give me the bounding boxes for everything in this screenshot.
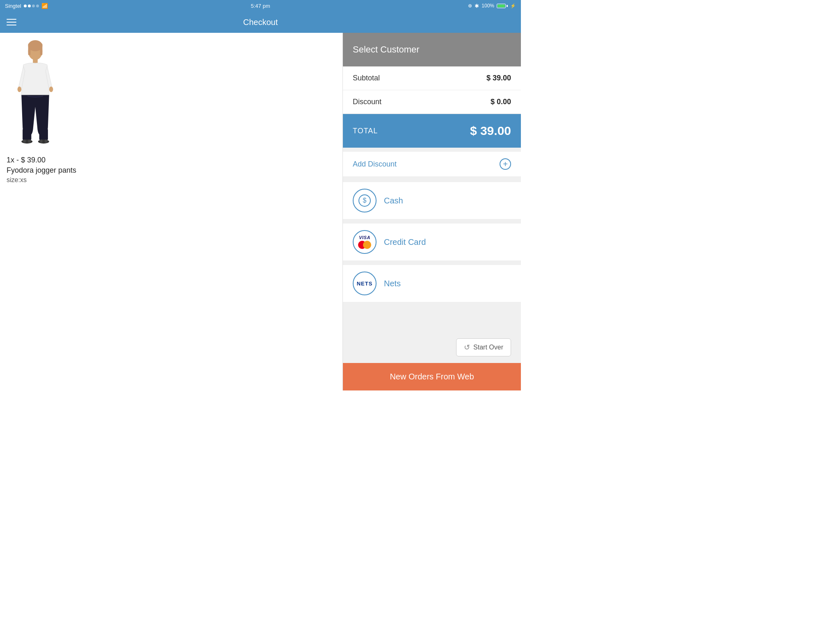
status-right: ⊕ ✱ 100% ⚡ (468, 3, 516, 9)
svg-point-9 (21, 139, 32, 144)
select-customer-button[interactable]: Select Customer (343, 33, 521, 66)
page-title: Checkout (243, 18, 278, 27)
discount-value: $ 0.00 (491, 98, 511, 106)
refresh-icon: ↺ (464, 343, 470, 352)
product-size: size:xs (7, 176, 336, 184)
product-panel: 1x - $ 39.00 Fyodora jogger pants size:x… (0, 33, 342, 390)
svg-text:$: $ (363, 197, 367, 204)
nets-icon-circle: NETS (353, 272, 377, 295)
battery-percent: 100% (482, 3, 494, 9)
main-content: 1x - $ 39.00 Fyodora jogger pants size:x… (0, 33, 521, 390)
product-name: Fyodora jogger pants (7, 166, 336, 175)
menu-button[interactable] (7, 19, 16, 25)
cash-icon: $ (358, 194, 372, 208)
nets-label: Nets (384, 279, 401, 288)
location-icon: ⊕ (468, 3, 472, 9)
svg-point-5 (18, 87, 22, 92)
svg-rect-2 (28, 43, 31, 55)
bottom-actions: ↺ Start Over (343, 332, 521, 363)
svg-rect-14 (45, 139, 47, 143)
cash-label: Cash (384, 196, 403, 205)
product-image (7, 39, 64, 154)
order-summary: Subtotal $ 39.00 Discount $ 0.00 (343, 66, 521, 114)
add-discount-label: Add Discount (353, 160, 397, 169)
checkout-panel: Select Customer Subtotal $ 39.00 Discoun… (342, 33, 521, 390)
start-over-label: Start Over (473, 344, 503, 351)
payment-options-list: $ Cash VISA Credit Card (343, 176, 521, 332)
cash-payment-option[interactable]: $ Cash (343, 182, 521, 219)
add-discount-button[interactable]: Add Discount + (343, 152, 521, 176)
total-value: $ 39.00 (470, 124, 511, 138)
product-image-area (7, 39, 336, 154)
credit-card-payment-option[interactable]: VISA Credit Card (343, 224, 521, 261)
add-discount-icon: + (500, 158, 511, 170)
svg-rect-10 (23, 139, 26, 143)
product-info: 1x - $ 39.00 Fyodora jogger pants size:x… (7, 156, 336, 184)
subtotal-label: Subtotal (353, 74, 380, 82)
subtotal-row: Subtotal $ 39.00 (343, 66, 521, 90)
bluetooth-icon: ✱ (475, 3, 479, 9)
new-orders-button[interactable]: New Orders From Web (343, 363, 521, 390)
svg-rect-3 (40, 43, 43, 55)
subtotal-value: $ 39.00 (486, 74, 511, 82)
product-price-value: - $ 39.00 (16, 156, 46, 164)
visa-text: VISA (359, 235, 370, 240)
credit-card-icon-circle: VISA (353, 230, 377, 254)
nets-payment-option[interactable]: NETS Nets (343, 265, 521, 302)
status-time: 5:47 pm (251, 3, 270, 9)
svg-point-6 (49, 87, 53, 92)
wifi-icon: 📶 (41, 3, 48, 9)
total-label: TOTAL (353, 127, 378, 135)
discount-label: Discount (353, 98, 381, 106)
credit-card-label: Credit Card (384, 237, 426, 247)
svg-rect-11 (28, 139, 31, 143)
status-left: Singtel 📶 (5, 3, 48, 9)
product-quantity: 1x (7, 156, 14, 164)
product-price: 1x - $ 39.00 (7, 156, 336, 164)
new-orders-label: New Orders From Web (390, 372, 474, 381)
svg-rect-8 (39, 128, 48, 140)
battery-indicator (497, 4, 508, 8)
start-over-button[interactable]: ↺ Start Over (456, 338, 511, 356)
svg-rect-13 (40, 139, 43, 143)
status-bar: Singtel 📶 5:47 pm ⊕ ✱ 100% ⚡ (0, 0, 521, 11)
svg-rect-7 (23, 128, 31, 140)
signal-indicator (24, 5, 39, 7)
discount-row: Discount $ 0.00 (343, 90, 521, 114)
app-header: Checkout (0, 11, 521, 33)
carrier-label: Singtel (5, 3, 21, 9)
nets-icon: NETS (357, 281, 373, 287)
total-bar: TOTAL $ 39.00 (343, 114, 521, 148)
charging-icon: ⚡ (510, 3, 516, 9)
cash-icon-circle: $ (353, 189, 377, 212)
svg-point-12 (38, 139, 49, 144)
mastercard-icon (358, 241, 371, 249)
select-customer-label: Select Customer (353, 44, 420, 55)
